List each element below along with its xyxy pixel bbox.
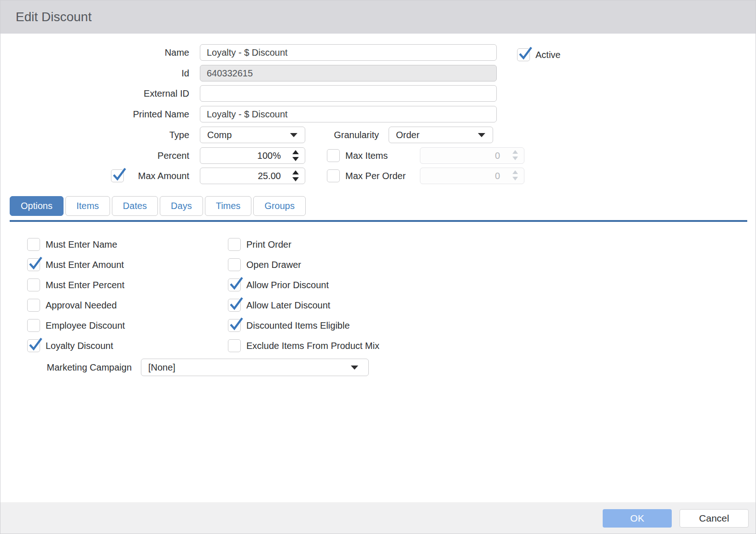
marketing-campaign-value: [None] xyxy=(148,362,175,372)
percent-label: Percent xyxy=(47,147,189,164)
chevron-down-icon xyxy=(351,366,358,370)
option-label: Loyalty Discount xyxy=(46,341,113,351)
option-label: Allow Prior Discount xyxy=(246,280,329,290)
max-items-value: 0 xyxy=(495,148,500,163)
option-allow-later-discount[interactable]: Allow Later Discount xyxy=(228,299,379,312)
percent-stepper[interactable]: 100% xyxy=(200,147,305,164)
tab-options[interactable]: Options xyxy=(10,196,64,216)
step-up-icon[interactable] xyxy=(292,150,299,154)
checkmark-icon xyxy=(227,295,244,313)
external-id-label: External ID xyxy=(47,85,189,102)
checkbox[interactable] xyxy=(228,279,241,291)
name-input[interactable]: Loyalty - $ Discount xyxy=(200,44,497,61)
option-label: Exclude Items From Product Mix xyxy=(246,341,379,351)
option-label: Discounted Items Eligible xyxy=(246,320,350,331)
max-per-order-label: Max Per Order xyxy=(345,169,406,182)
dialog-footer: OK Cancel xyxy=(0,502,756,534)
option-print-order[interactable]: Print Order xyxy=(228,238,379,251)
checkmark-icon xyxy=(516,45,534,62)
checkmark-icon xyxy=(227,275,244,292)
checkbox[interactable] xyxy=(27,339,40,352)
chevron-down-icon xyxy=(478,133,485,137)
ok-button[interactable]: OK xyxy=(603,509,672,528)
option-must-enter-percent[interactable]: Must Enter Percent xyxy=(27,279,125,291)
dialog-header: Edit Discount xyxy=(0,0,756,34)
stepper-arrows[interactable] xyxy=(292,150,299,161)
max-amount-value: 25.00 xyxy=(258,168,281,184)
checkbox[interactable] xyxy=(27,279,40,291)
max-items-checkbox[interactable] xyxy=(327,149,340,162)
tab-dates[interactable]: Dates xyxy=(112,196,158,216)
id-input: 640332615 xyxy=(200,65,497,81)
checkbox[interactable] xyxy=(27,319,40,332)
option-employee-discount[interactable]: Employee Discount xyxy=(27,319,125,332)
tab-items[interactable]: Items xyxy=(65,196,110,216)
active-label: Active xyxy=(535,48,560,61)
granularity-value: Order xyxy=(396,130,419,140)
stepper-arrows xyxy=(512,170,518,180)
edit-discount-dialog: Edit Discount Name Loyalty - $ Discount … xyxy=(0,0,756,534)
option-label: Must Enter Percent xyxy=(46,280,124,290)
granularity-dropdown[interactable]: Order xyxy=(389,127,493,143)
checkmark-icon xyxy=(26,255,44,272)
name-label: Name xyxy=(47,44,189,61)
step-down-icon xyxy=(512,177,518,180)
stepper-arrows xyxy=(512,150,518,160)
max-per-order-checkbox[interactable] xyxy=(327,169,340,182)
option-label: Print Order xyxy=(246,239,291,250)
max-amount-stepper[interactable]: 25.00 xyxy=(200,168,305,184)
checkbox[interactable] xyxy=(27,299,40,312)
percent-value: 100% xyxy=(257,148,281,163)
type-label: Type xyxy=(47,127,189,143)
option-open-drawer[interactable]: Open Drawer xyxy=(228,258,379,271)
page-title: Edit Discount xyxy=(16,0,92,34)
printed-name-input[interactable]: Loyalty - $ Discount xyxy=(200,106,497,122)
options-column-right: Print Order Open Drawer Allow Prior Disc… xyxy=(228,238,379,352)
tab-bar: Options Items Dates Days Times Groups xyxy=(10,196,306,216)
max-per-order-value: 0 xyxy=(495,168,500,184)
stepper-arrows[interactable] xyxy=(292,170,299,181)
step-down-icon xyxy=(512,157,518,160)
max-amount-checkbox[interactable] xyxy=(111,169,124,182)
step-up-icon xyxy=(512,150,518,154)
option-label: Allow Later Discount xyxy=(246,300,330,311)
option-must-enter-amount[interactable]: Must Enter Amount xyxy=(27,258,125,271)
marketing-campaign-dropdown[interactable]: [None] xyxy=(141,359,369,376)
tab-divider-rule xyxy=(10,220,747,222)
tab-times[interactable]: Times xyxy=(205,196,252,216)
option-discounted-items-eligible[interactable]: Discounted Items Eligible xyxy=(228,319,379,332)
marketing-campaign-label: Marketing Campaign xyxy=(17,359,132,376)
checkbox[interactable] xyxy=(228,339,241,352)
granularity-label: Granularity xyxy=(286,127,379,143)
external-id-input[interactable] xyxy=(200,85,497,102)
checkmark-icon xyxy=(26,336,44,353)
checkbox[interactable] xyxy=(228,258,241,271)
checkbox[interactable] xyxy=(27,258,40,271)
max-items-label: Max Items xyxy=(345,149,388,162)
checkmark-icon xyxy=(227,315,244,333)
checkbox[interactable] xyxy=(228,299,241,312)
active-checkbox[interactable] xyxy=(517,48,530,61)
options-column-left: Must Enter Name Must Enter Amount Must E… xyxy=(27,238,125,352)
option-must-enter-name[interactable]: Must Enter Name xyxy=(27,238,125,251)
option-label: Must Enter Amount xyxy=(46,260,124,270)
option-approval-needed[interactable]: Approval Needed xyxy=(27,299,125,312)
max-amount-label: Max Amount xyxy=(128,169,189,182)
step-down-icon[interactable] xyxy=(292,177,299,181)
max-items-stepper: 0 xyxy=(420,147,524,164)
max-per-order-stepper: 0 xyxy=(420,168,524,184)
checkbox[interactable] xyxy=(228,238,241,251)
checkbox[interactable] xyxy=(228,319,241,332)
cancel-button[interactable]: Cancel xyxy=(680,509,749,528)
option-label: Employee Discount xyxy=(46,320,125,331)
checkbox[interactable] xyxy=(27,238,40,251)
step-down-icon[interactable] xyxy=(292,157,299,161)
id-label: Id xyxy=(47,65,189,81)
option-loyalty-discount[interactable]: Loyalty Discount xyxy=(27,339,125,352)
step-up-icon[interactable] xyxy=(292,170,299,174)
option-allow-prior-discount[interactable]: Allow Prior Discount xyxy=(228,279,379,291)
tab-days[interactable]: Days xyxy=(160,196,203,216)
option-exclude-items-from-product-mix[interactable]: Exclude Items From Product Mix xyxy=(228,339,379,352)
tab-groups[interactable]: Groups xyxy=(253,196,306,216)
printed-name-label: Printed Name xyxy=(47,106,189,122)
